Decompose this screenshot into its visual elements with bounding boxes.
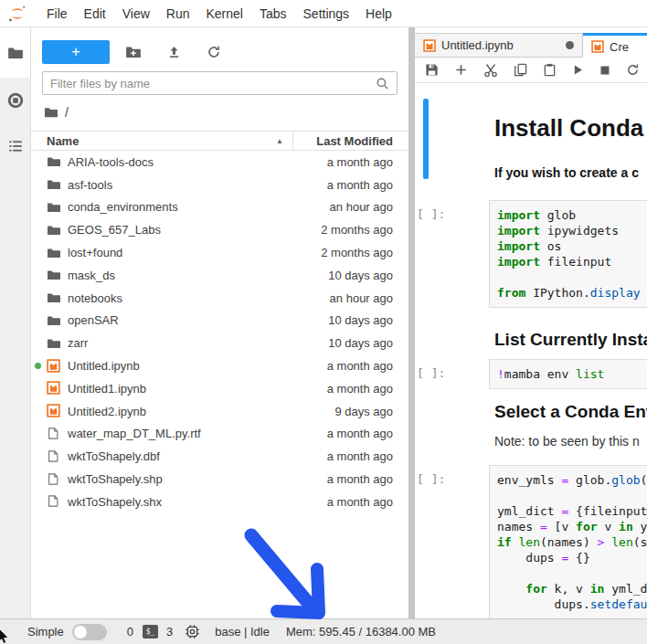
markdown-cell[interactable]: Select a Conda EnvNote: to be seen by th… (494, 402, 643, 449)
folder-icon (47, 268, 61, 282)
code-editor[interactable]: env_ymls = glob.glob('yml_dict = {filein… (489, 465, 647, 618)
file-list-header: Name ▲ Last Modified (31, 131, 408, 151)
tab-label: Untitled.ipynb (441, 38, 514, 52)
notebook-panel: Untitled.ipynb Cre (415, 27, 647, 618)
run-icon[interactable] (572, 64, 584, 76)
file-modified: a month ago (299, 495, 408, 509)
file-row[interactable]: mask_ds10 days ago (31, 264, 408, 287)
copy-icon[interactable] (514, 63, 527, 77)
file-modified: a month ago (299, 472, 408, 486)
file-row[interactable]: ARIA-tools-docsa month ago (31, 151, 408, 174)
file-modified: 10 days ago (299, 336, 408, 350)
simple-mode-toggle[interactable] (72, 624, 107, 640)
notebook-content: Install CondaIf you wish to create a c[ … (415, 83, 647, 618)
new-folder-icon[interactable] (125, 44, 142, 60)
notebook-icon (591, 40, 604, 53)
stop-icon[interactable] (599, 65, 610, 76)
file-modified: a month ago (299, 155, 408, 169)
column-header-name[interactable]: Name ▲ (31, 132, 292, 150)
file-row[interactable]: conda_environmentsan hour ago (31, 196, 408, 219)
menu-item-tabs[interactable]: Tabs (251, 6, 295, 21)
column-header-modified[interactable]: Last Modified (292, 132, 408, 150)
folder-icon (47, 313, 61, 328)
menu-item-view[interactable]: View (114, 6, 158, 21)
refresh-icon[interactable] (207, 45, 221, 59)
running-kernels-icon (6, 91, 25, 110)
folder-icon (47, 336, 61, 351)
file-row[interactable]: wktToShapely.shpa month ago (31, 468, 408, 491)
file-row[interactable]: Untitled2.ipynb9 days ago (31, 400, 408, 423)
menu-item-kernel[interactable]: Kernel (197, 6, 250, 21)
tab-untitled-ipynb[interactable]: Untitled.ipynb (415, 34, 583, 57)
file-modified: 2 months ago (299, 223, 408, 237)
breadcrumb-root: / (65, 105, 69, 120)
file-modified: a month ago (299, 382, 408, 396)
file-row[interactable]: notebooksan hour ago (31, 287, 408, 310)
file-modified: 2 months ago (299, 246, 408, 259)
file-name: water_map_DT_ML.py.rtf (68, 427, 299, 440)
menu-item-help[interactable]: Help (357, 6, 400, 21)
restart-icon[interactable] (626, 63, 640, 77)
kernel-chip-icon (185, 624, 200, 639)
file-row[interactable]: lost+found2 months ago (31, 241, 408, 264)
code-cell[interactable]: [ ]:!mamba env list (415, 359, 647, 389)
paste-icon[interactable] (543, 63, 557, 77)
file-row[interactable]: zarr10 days ago (31, 332, 408, 354)
sort-asc-icon: ▲ (276, 137, 283, 145)
folder-icon (47, 290, 61, 305)
file-row[interactable]: openSAR10 days ago (31, 310, 408, 333)
tab-cre[interactable]: Cre (583, 33, 647, 58)
folder-icon (47, 246, 61, 260)
file-row[interactable]: GEOS_657_Labs2 months ago (31, 218, 408, 241)
table-of-contents-icon (7, 138, 24, 154)
kernels-count[interactable]: 3 (166, 625, 173, 639)
notebook-icon (47, 381, 61, 396)
code-cell[interactable]: [ ]:env_ymls = glob.glob('yml_dict = {fi… (415, 465, 647, 618)
folder-icon (47, 154, 61, 169)
breadcrumb[interactable]: / (31, 104, 408, 121)
file-row[interactable]: Untitled.ipynba month ago (31, 354, 408, 377)
tab-label: Cre (610, 40, 629, 54)
markdown-cell[interactable]: Install CondaIf you wish to create a c (494, 114, 643, 180)
code-cell[interactable]: [ ]:import globimport ipywidgetsimport o… (415, 200, 647, 308)
file-modified: 10 days ago (299, 269, 408, 282)
terminals-count[interactable]: 0 (127, 625, 133, 639)
save-icon[interactable] (425, 63, 439, 77)
filter-files-input[interactable] (50, 77, 376, 90)
cut-icon[interactable] (483, 63, 498, 78)
menu-item-settings[interactable]: Settings (295, 6, 358, 21)
file-name: wktToShapely.shp (68, 472, 299, 486)
file-browser-toolbar: + (31, 27, 408, 64)
menu-item-run[interactable]: Run (158, 6, 198, 21)
menu-item-edit[interactable]: Edit (76, 6, 114, 21)
menu-item-file[interactable]: File (38, 6, 76, 21)
upload-icon[interactable] (167, 45, 181, 59)
kernel-status[interactable]: base | Idle (215, 625, 270, 639)
file-modified: a month ago (299, 178, 408, 192)
markdown-h2: Select a Conda Env (494, 402, 643, 422)
file-name: conda_environments (68, 200, 299, 214)
sidebar-item-running-kernels[interactable] (0, 78, 30, 123)
add-cell-icon[interactable] (454, 63, 468, 77)
file-name: GEOS_657_Labs (68, 223, 299, 237)
dirty-indicator-icon[interactable] (566, 41, 574, 49)
file-row[interactable]: water_map_DT_ML.py.rtfa month ago (31, 423, 408, 446)
menu-bar: FileEditViewRunKernelTabsSettingsHelp (0, 0, 647, 27)
markdown-p: Note: to be seen by this n (494, 434, 643, 449)
markdown-cell[interactable]: List Currently Insta (494, 330, 643, 350)
status-bar: Simple 0 $_ 3 base | Idle Mem: 595.45 / … (0, 618, 647, 644)
notebook-icon (47, 359, 61, 374)
file-modified: 10 days ago (299, 313, 408, 327)
notebook-icon (47, 404, 61, 418)
panel-splitter[interactable] (408, 27, 415, 618)
file-row[interactable]: wktToShapely.shxa month ago (31, 491, 408, 513)
code-editor[interactable]: import globimport ipywidgetsimport osimp… (489, 200, 647, 308)
code-editor[interactable]: !mamba env list (489, 359, 647, 389)
file-row[interactable]: asf-toolsa month ago (31, 174, 408, 196)
file-row[interactable]: Untitled1.ipynba month ago (31, 377, 408, 400)
notebook-toolbar (415, 58, 647, 83)
sidebar-item-table-of-contents[interactable] (0, 123, 30, 169)
new-launcher-button[interactable]: + (42, 40, 110, 64)
sidebar-item-file-browser[interactable] (0, 27, 30, 78)
file-row[interactable]: wktToShapely.dbfa month ago (31, 445, 408, 468)
